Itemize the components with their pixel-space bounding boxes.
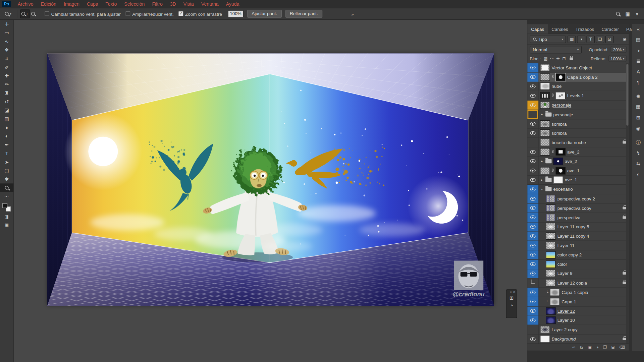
layer-name[interactable]: ave_2 xyxy=(567,149,580,155)
lock-all-icon[interactable] xyxy=(570,57,573,60)
visibility-toggle[interactable] xyxy=(527,222,538,231)
layer-row-color[interactable]: color xyxy=(527,260,629,269)
layer-thumbnail[interactable] xyxy=(550,289,560,296)
eye-icon[interactable] xyxy=(530,150,535,154)
visibility-toggle[interactable] xyxy=(527,91,538,100)
layer-thumbnail[interactable] xyxy=(540,335,550,343)
current-tool-preview[interactable]: ▾ xyxy=(2,12,14,16)
layer-row-ave-1[interactable]: 8ave_1 xyxy=(527,166,629,176)
zoom-percentage-input[interactable]: 100% xyxy=(228,10,244,17)
layer-thumbnail[interactable] xyxy=(540,326,550,333)
layers-scrollbar[interactable] xyxy=(626,63,629,344)
visibility-toggle[interactable] xyxy=(527,63,538,72)
eye-icon[interactable] xyxy=(530,75,535,79)
eye-icon[interactable] xyxy=(530,84,535,88)
delete-layer-icon[interactable]: ⌫ xyxy=(619,345,625,349)
visibility-toggle[interactable] xyxy=(527,119,538,128)
tab-capas[interactable]: Capas xyxy=(527,24,548,34)
layer-row-vector-smart-object[interactable]: Vector Smart Object xyxy=(527,63,629,73)
checkbox-box[interactable] xyxy=(45,11,49,16)
layer-thumbnail[interactable] xyxy=(546,260,555,268)
layer-row-levels-1[interactable]: 8Levels 1 xyxy=(527,91,629,101)
layer-name[interactable]: escenario xyxy=(553,187,573,192)
layer-row-boceto-dia-noche[interactable]: boceto dia noche xyxy=(527,138,629,147)
filter-shape-icon[interactable]: ❏ xyxy=(596,36,604,43)
menu-ventana[interactable]: Ventana xyxy=(198,0,222,8)
layer-thumbnail[interactable] xyxy=(546,251,555,258)
eye-icon[interactable] xyxy=(530,66,535,69)
mask-thumbnail[interactable] xyxy=(556,73,566,81)
layer-name[interactable]: ave_1 xyxy=(567,168,580,173)
layer-name[interactable]: Capa 1 copia xyxy=(561,290,588,295)
layer-row-capa-1-copia-2[interactable]: 8Capa 1 copia 2 xyxy=(527,72,629,82)
blend-mode-select[interactable]: Normal ▾ xyxy=(530,46,582,53)
layer-thumbnail[interactable] xyxy=(546,279,555,287)
layer-name[interactable]: color xyxy=(557,262,567,267)
layer-thumbnail[interactable] xyxy=(546,195,555,202)
layer-thumbnail[interactable] xyxy=(540,120,550,127)
layer-row-layer-9[interactable]: Layer 9 xyxy=(527,269,629,279)
visibility-toggle[interactable] xyxy=(527,138,538,147)
layer-name[interactable]: sombra xyxy=(551,131,567,136)
canvas-area[interactable]: @credlonu »✕ ⊞◔ xyxy=(14,20,527,362)
zoom-in-button[interactable]: + xyxy=(20,9,30,18)
character-panel-icon[interactable]: A xyxy=(632,66,644,77)
layer-thumbnail[interactable] xyxy=(540,167,550,174)
menu-selecci-n[interactable]: Selección xyxy=(120,0,148,8)
type-tool[interactable]: T xyxy=(0,149,13,158)
layer-thumbnail[interactable] xyxy=(546,242,555,249)
mask-thumbnail[interactable] xyxy=(556,167,566,174)
layer-thumbnail[interactable] xyxy=(540,129,550,137)
menu-filtro[interactable]: Filtro xyxy=(148,0,166,8)
layer-name[interactable]: Layer 10 xyxy=(557,318,575,323)
layer-name[interactable]: Capa 1 xyxy=(561,299,576,304)
visibility-toggle[interactable] xyxy=(527,194,538,203)
lock-transparency-icon[interactable]: ▨ xyxy=(543,56,548,61)
eye-icon[interactable] xyxy=(530,225,535,229)
move-tool[interactable]: ✛ xyxy=(0,20,13,28)
visibility-toggle[interactable] xyxy=(527,279,538,288)
new-layer-icon[interactable]: ⊞ xyxy=(611,345,615,349)
visibility-toggle[interactable] xyxy=(527,288,538,297)
layer-name[interactable]: perspectiva copy 2 xyxy=(557,196,595,201)
layer-thumbnail[interactable] xyxy=(540,64,550,71)
visibility-toggle[interactable] xyxy=(527,147,538,157)
checkbox-zoom-con-arrastre[interactable]: Zoom con arrastre xyxy=(178,11,222,16)
adjustment-layer-icon[interactable]: ◑ xyxy=(596,345,598,349)
layer-row-layer-11-copy-4[interactable]: Layer 11 copy 4 xyxy=(527,232,629,241)
layer-row-ave-2[interactable]: ▸ave_2 xyxy=(527,157,629,166)
clone-stamp-tool[interactable]: ♜ xyxy=(0,88,13,97)
layer-name[interactable]: Layer 11 copy 4 xyxy=(557,234,589,239)
layer-thumbnail[interactable] xyxy=(546,232,555,240)
layer-row-background[interactable]: Background xyxy=(527,335,629,344)
layer-name[interactable]: Levels 1 xyxy=(567,93,584,98)
layer-effects-icon[interactable]: fx xyxy=(580,345,583,349)
layer-thumbnail[interactable] xyxy=(546,223,555,230)
visibility-toggle[interactable] xyxy=(527,157,538,166)
tab-canales[interactable]: Canales xyxy=(548,24,572,34)
workspace-switcher-icon[interactable]: ▣ xyxy=(625,11,630,16)
layer-row-personaje[interactable]: ▸personaje xyxy=(527,110,629,119)
layer-name[interactable]: ave_2 xyxy=(565,159,577,164)
menu-ayuda[interactable]: Ayuda xyxy=(222,0,243,8)
blur-tool[interactable]: ♦ xyxy=(0,123,13,132)
mask-thumbnail[interactable] xyxy=(556,148,566,156)
eye-icon[interactable] xyxy=(530,197,535,200)
layer-name[interactable]: sombra xyxy=(551,121,567,126)
layer-name[interactable]: personaje xyxy=(553,112,573,117)
chevron-down-icon[interactable]: ▾ xyxy=(636,11,638,16)
layer-name[interactable]: Layer 12 xyxy=(557,308,575,313)
artboard-grid-icon[interactable]: ⊞ xyxy=(509,296,514,301)
layer-name[interactable]: Layer 11 copy 5 xyxy=(557,224,589,229)
patterns-panel-icon[interactable]: ▦ xyxy=(632,102,644,113)
checkbox-cambiar-tama-o-vent-para-ajustar[interactable]: Cambiar tamaño vent. para ajustar xyxy=(45,11,121,16)
layer-row-layer-10[interactable]: Layer 10 xyxy=(527,316,629,325)
filter-type-icon[interactable]: T xyxy=(587,36,595,43)
collapse-panels-icon[interactable]: « xyxy=(632,24,644,35)
layer-name[interactable]: color copy 2 xyxy=(557,252,582,257)
document-canvas[interactable]: @credlonu xyxy=(47,53,494,306)
hand-tool[interactable]: ✱ xyxy=(0,175,13,184)
visibility-toggle[interactable] xyxy=(527,250,538,259)
eye-icon[interactable] xyxy=(530,318,535,322)
layer-thumbnail[interactable] xyxy=(540,92,550,100)
